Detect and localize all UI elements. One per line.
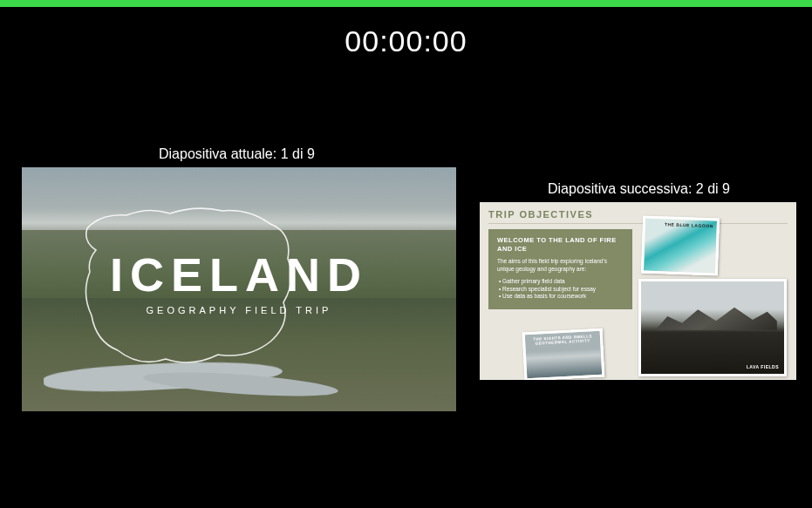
slide2-body: WELCOME TO THE LAND OF FIRE AND ICE The …: [488, 229, 788, 377]
slide2-panel-intro: The aims of this field trip exploring Ic…: [497, 258, 624, 274]
slide2-bullet: • Use data as basis for coursework: [499, 293, 624, 301]
slide2-photo-lagoon: THE BLUE LAGOON: [641, 215, 720, 275]
slide1-title: ICELAND: [22, 247, 456, 301]
next-slide-preview[interactable]: TRIP OBJECTIVES WELCOME TO THE LAND OF F…: [480, 202, 796, 380]
slide2-text-panel: WELCOME TO THE LAND OF FIRE AND ICE The …: [488, 229, 632, 309]
mountain-silhouette-icon: [655, 308, 776, 330]
slide1-subtitle: GEOGRAPHY FIELD TRIP: [22, 305, 456, 315]
slide2-heading: TRIP OBJECTIVES: [488, 209, 788, 224]
presenter-timer: 00:00:00: [345, 24, 467, 58]
current-slide-label: Diapositiva attuale: 1 di 9: [159, 146, 315, 162]
photo-caption: THE SIGHTS AND SMELLS GEOTHERMAL ACTIVIT…: [525, 334, 600, 346]
slide2-bullet: • Gather primary field data: [499, 278, 624, 286]
progress-bar: [0, 0, 812, 7]
slide2-bullet: • Research specialist subject for essay: [499, 286, 624, 294]
next-slide-label: Diapositiva successiva: 2 di 9: [548, 181, 730, 197]
current-slide-preview[interactable]: ICELAND GEOGRAPHY FIELD TRIP: [22, 167, 456, 411]
slide2-photo-geothermal: THE SIGHTS AND SMELLS GEOTHERMAL ACTIVIT…: [522, 329, 605, 380]
photo-caption: LAVA FIELDS: [747, 364, 779, 369]
photo-caption: THE BLUE LAGOON: [665, 221, 713, 228]
slide2-panel-heading: WELCOME TO THE LAND OF FIRE AND ICE: [497, 236, 624, 254]
slide2-photo-lava-fields: LAVA FIELDS: [638, 279, 787, 376]
